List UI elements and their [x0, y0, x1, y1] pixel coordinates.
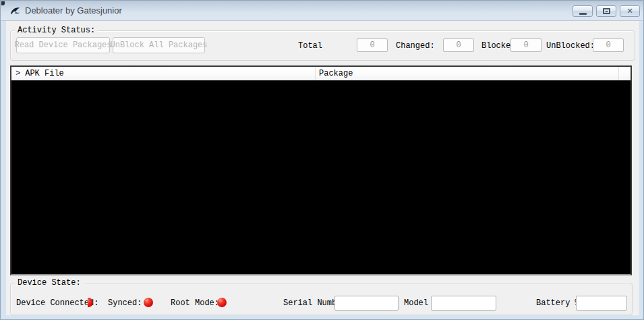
red-led-icon: [217, 298, 227, 307]
device-state-group: Device State: Device Connected: Synced: …: [10, 283, 633, 315]
root-mode-label: Root Mode:: [171, 298, 219, 308]
synced-label: Synced:: [108, 298, 142, 308]
minimize-icon: [579, 13, 587, 15]
chevron-right-icon: >: [16, 69, 20, 78]
listview-header: > APK File Package: [11, 67, 631, 80]
total-value-box[interactable]: 0: [357, 38, 388, 52]
unblocked-label: UnBlocked:: [546, 41, 595, 51]
unblocked-value-box[interactable]: 0: [593, 38, 624, 52]
synced-led: [144, 298, 153, 307]
app-window: Debloater by Gatesjunior ✕ Activity Stat…: [0, 0, 644, 320]
package-column-label: Package: [319, 69, 353, 78]
corner-artifact: [1, 1, 5, 5]
maximize-button[interactable]: [596, 5, 616, 17]
root-mode-led: [217, 298, 227, 307]
title-bar[interactable]: Debloater by Gatesjunior ✕: [1, 1, 644, 21]
blocked-value-box[interactable]: 0: [510, 38, 541, 52]
changed-label: Changed:: [396, 41, 435, 51]
listview-body[interactable]: [11, 80, 631, 274]
device-connected-led: [88, 298, 93, 307]
close-button[interactable]: ✕: [620, 5, 640, 17]
close-icon: ✕: [626, 7, 633, 15]
window-title: Debloater by Gatesjunior: [25, 5, 122, 16]
device-state-label: Device State:: [15, 277, 84, 288]
column-header-spacer: [619, 67, 631, 80]
activity-status-group: Activity Status: Read Device Packages Un…: [10, 30, 635, 61]
model-field[interactable]: [431, 296, 496, 311]
device-connected-label: Device Connected:: [16, 298, 98, 308]
minimize-button[interactable]: [573, 5, 593, 17]
red-led-icon: [88, 298, 93, 307]
client-area: Activity Status: Read Device Packages Un…: [6, 21, 639, 315]
read-device-packages-button[interactable]: Read Device Packages: [16, 37, 110, 53]
apk-file-column-label: APK File: [25, 69, 64, 78]
serial-number-field[interactable]: [334, 296, 399, 311]
changed-value-box[interactable]: 0: [443, 38, 474, 52]
total-label: Total: [298, 41, 322, 51]
column-header-package[interactable]: Package: [316, 67, 619, 80]
battery-percent-field[interactable]: [576, 296, 627, 311]
model-label: Model: [404, 298, 428, 308]
package-listview[interactable]: > APK File Package: [10, 65, 632, 275]
activity-status-label: Activity Status:: [15, 25, 98, 36]
unblock-all-packages-button[interactable]: UnBlock All Packages: [113, 37, 205, 53]
app-icon: [9, 5, 21, 17]
maximize-icon: [603, 8, 610, 14]
column-header-apk-file[interactable]: > APK File: [11, 67, 316, 80]
red-led-icon: [144, 298, 153, 307]
